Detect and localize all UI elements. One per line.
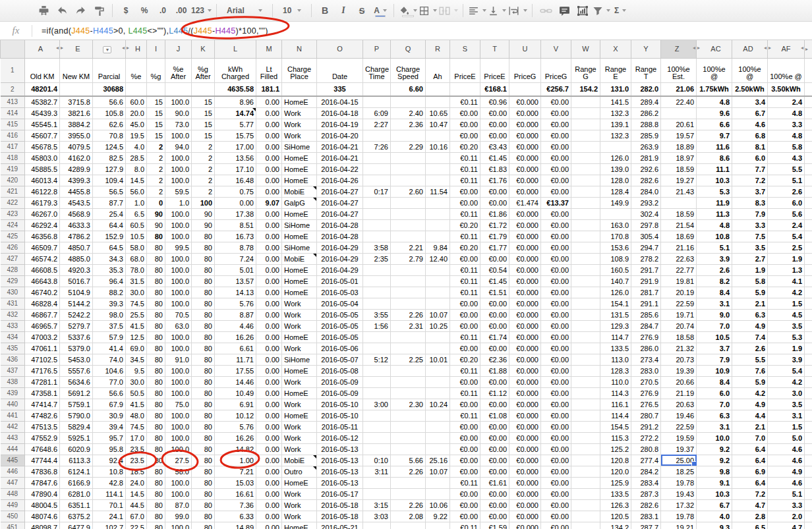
- cell-L431[interactable]: 5.76: [215, 298, 256, 309]
- cell-M430[interactable]: 0.00: [256, 287, 282, 298]
- cell-Q440[interactable]: 2.30: [391, 399, 426, 410]
- cell-G426[interactable]: 64.5: [93, 242, 126, 253]
- cell-H443[interactable]: 17.0: [126, 432, 147, 443]
- cell-O435[interactable]: 2016-05-06: [317, 343, 363, 354]
- cell-I2[interactable]: [147, 82, 165, 96]
- cell-E418[interactable]: 4162.0: [60, 152, 93, 163]
- cell-FILLER430[interactable]: [805, 287, 812, 298]
- cell-K442[interactable]: 80: [192, 421, 215, 432]
- cell-M435[interactable]: 0.00: [256, 343, 282, 354]
- cell-V418[interactable]: €0.00: [541, 152, 571, 163]
- cell-L417[interactable]: 17.00: [215, 141, 256, 152]
- cell-G430[interactable]: 88.2: [93, 287, 126, 298]
- cell-X413[interactable]: 141.5: [600, 96, 631, 107]
- cell-X448[interactable]: 133.5: [600, 488, 631, 499]
- cell-N434[interactable]: HomeE: [282, 331, 317, 343]
- cell-T416[interactable]: €0.00: [480, 130, 509, 141]
- cell-W440[interactable]: [571, 399, 600, 410]
- cell-T422[interactable]: €0.00: [480, 197, 509, 208]
- cell-T440[interactable]: €0.00: [480, 399, 509, 410]
- cell-V436[interactable]: €0.00: [541, 354, 571, 365]
- column-header-X[interactable]: X: [600, 40, 631, 58]
- cell-Y435[interactable]: 286.0: [631, 343, 661, 354]
- row-header-431[interactable]: 431: [1, 298, 25, 309]
- cell-FILLER432[interactable]: [805, 309, 812, 320]
- cell-AF451[interactable]: 4.7: [768, 522, 805, 529]
- cell-O1[interactable]: Date: [317, 58, 363, 82]
- cell-H416[interactable]: 19.5: [126, 130, 147, 141]
- cell-J432[interactable]: 70.5: [165, 309, 192, 320]
- cell-K414[interactable]: 15: [192, 107, 215, 119]
- cell-X429[interactable]: 140.7: [600, 275, 631, 287]
- hidden-columns-arrow-icon[interactable]: ▸: [805, 46, 808, 52]
- cell-N437[interactable]: HomeE: [282, 365, 317, 376]
- cell-X417[interactable]: [600, 141, 631, 152]
- cell-K451[interactable]: 80: [192, 522, 215, 529]
- cell-S443[interactable]: €0.00: [450, 432, 480, 443]
- cell-P429[interactable]: [363, 275, 391, 287]
- cell-Z439[interactable]: 21.19: [661, 387, 697, 399]
- cell-L422[interactable]: 0.00: [215, 197, 256, 208]
- cell-H431[interactable]: 74.5: [126, 298, 147, 309]
- cell-J422[interactable]: 1.0: [165, 197, 192, 208]
- column-header-FILLER[interactable]: ▸: [805, 40, 812, 58]
- cell-A414[interactable]: 45439.3: [25, 107, 60, 119]
- cell-G451[interactable]: 102.7: [93, 522, 126, 529]
- cell-AF434[interactable]: 5.3: [768, 331, 805, 343]
- cell-H451[interactable]: 22.5: [126, 522, 147, 529]
- cell-L436[interactable]: 11.71: [215, 354, 256, 365]
- cell-T426[interactable]: €1.77: [480, 242, 509, 253]
- cell-AF431[interactable]: 1.5: [768, 298, 805, 309]
- cell-U415[interactable]: €0.000: [509, 119, 541, 130]
- cell-AD439[interactable]: 4.2: [732, 387, 768, 399]
- cell-A438[interactable]: 47281.1: [25, 376, 60, 387]
- cell-S420[interactable]: €0.11: [450, 175, 480, 186]
- cell-AC451[interactable]: 9.3: [697, 522, 732, 529]
- cell-I415[interactable]: 15: [147, 119, 165, 130]
- cell-K446[interactable]: 80: [192, 466, 215, 477]
- cell-Q431[interactable]: [391, 298, 426, 309]
- cell-P415[interactable]: 2:27: [363, 119, 391, 130]
- cell-A416[interactable]: 45607.7: [25, 130, 60, 141]
- cell-T444[interactable]: €0.00: [480, 443, 509, 455]
- cell-E422[interactable]: 4543.5: [60, 197, 93, 208]
- cell-Q420[interactable]: [391, 175, 426, 186]
- cell-K445[interactable]: 80: [192, 455, 215, 466]
- cell-G448[interactable]: 114.1: [93, 488, 126, 499]
- cell-R440[interactable]: 10.24: [426, 399, 450, 410]
- cell-U448[interactable]: €0.000: [509, 488, 541, 499]
- cell-N444[interactable]: Work: [282, 443, 317, 455]
- cell-I416[interactable]: 15: [147, 130, 165, 141]
- cell-V425[interactable]: €0.00: [541, 231, 571, 242]
- cell-AC438[interactable]: 8.4: [697, 376, 732, 387]
- cell-M449[interactable]: 0.00: [256, 499, 282, 511]
- cell-AD1[interactable]: 100%e @: [732, 58, 768, 82]
- cell-N428[interactable]: HomeE: [282, 264, 317, 275]
- column-header-O[interactable]: O: [317, 40, 363, 58]
- cell-P420[interactable]: [363, 175, 391, 186]
- cell-H435[interactable]: 69.0: [126, 343, 147, 354]
- cell-J435[interactable]: 100.0: [165, 343, 192, 354]
- cell-V422[interactable]: €13.37: [541, 197, 571, 208]
- hidden-columns-arrow-icon[interactable]: ▸: [61, 45, 63, 51]
- cell-G417[interactable]: 124.5: [93, 141, 126, 152]
- cell-E445[interactable]: 6113.3: [60, 455, 93, 466]
- cell-R425[interactable]: [426, 231, 450, 242]
- row-header-1[interactable]: 1: [1, 58, 25, 82]
- cell-AF446[interactable]: 4.9: [768, 466, 805, 477]
- cell-AF421[interactable]: 2.6: [768, 186, 805, 197]
- cell-M424[interactable]: 0.00: [256, 219, 282, 231]
- cell-W447[interactable]: [571, 477, 600, 488]
- column-header-M[interactable]: M: [256, 40, 282, 58]
- cell-O451[interactable]: 2016-05-21: [317, 522, 363, 529]
- cell-L429[interactable]: 13.57: [215, 275, 256, 287]
- cell-FILLER433[interactable]: [805, 320, 812, 331]
- cell-G422[interactable]: 87.7: [93, 197, 126, 208]
- cell-O436[interactable]: 2016-05-07: [317, 354, 363, 365]
- cell-X415[interactable]: 139.1: [600, 119, 631, 130]
- cell-Y434[interactable]: 276.9: [631, 331, 661, 343]
- cell-R416[interactable]: [426, 130, 450, 141]
- cell-AC442[interactable]: 3.1: [697, 421, 732, 432]
- cell-K423[interactable]: 90: [192, 208, 215, 219]
- row-header-433[interactable]: 433: [1, 320, 25, 331]
